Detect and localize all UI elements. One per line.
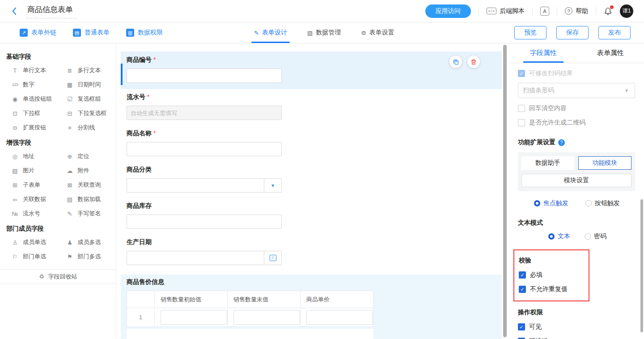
canvas-field-stock[interactable]: 商品库存 — [121, 202, 502, 229]
subform-footer[interactable] — [127, 329, 373, 339]
clear-on-enter-checkbox[interactable]: 回车清空内容 — [518, 104, 635, 112]
field-type-member-multi[interactable]: ♟成员多选 — [61, 235, 116, 249]
avatar[interactable]: 谭1 — [620, 4, 633, 18]
function-module-button[interactable]: 功能模块 — [578, 156, 632, 170]
image-icon: ▧ — [11, 167, 19, 174]
field-type-dept-multi[interactable]: ⚑部门多选 — [61, 249, 116, 264]
editable-checkbox[interactable]: ✓ 可编辑 — [518, 337, 635, 339]
field-type-relation-query[interactable]: ⊠关联查询 — [61, 178, 116, 192]
publish-button[interactable]: 发布 — [598, 26, 631, 39]
radio-icon: ◉ — [11, 96, 19, 103]
data-manage-icon: ▧ — [307, 30, 313, 36]
field-label-text: 商品名称 — [127, 129, 152, 137]
field-type-dropdown[interactable]: ⊡下拉框 — [6, 106, 61, 120]
form-external-link-button[interactable]: ↗ 表单外链 — [20, 29, 56, 37]
tab-field-properties[interactable]: 字段属性 — [510, 43, 577, 63]
qty-end-input[interactable] — [233, 310, 300, 325]
field-type-extend-button[interactable]: ⊖扩展按钮 — [6, 120, 61, 135]
visible-checkbox[interactable]: ✓ 可见 — [518, 323, 635, 331]
secondary-toolbar: ↗ 表单外链 ▤ 普通表单 ▥ 数据权限 ✎ 表单设计 ▧ 数据管理 ⚙ 表单设… — [0, 22, 644, 43]
field-type-label: 单行文本 — [23, 66, 46, 74]
canvas-field-category[interactable]: 商品分类 ▼ — [121, 166, 502, 193]
multi-dropdown-icon: ⊟ — [66, 110, 74, 117]
product-name-input[interactable] — [127, 142, 282, 156]
normal-form-button[interactable]: ▤ 普通表单 — [73, 29, 110, 37]
data-permission-button[interactable]: ▥ 数据权限 — [126, 29, 163, 37]
text-mode-password-radio[interactable]: 密码 — [585, 232, 606, 240]
field-type-location[interactable]: ⊕定位 — [61, 149, 116, 163]
row-index: 1 — [127, 308, 155, 327]
calendar-picker-icon[interactable]: 7 — [264, 251, 281, 265]
back-button[interactable] — [12, 7, 17, 15]
app-access-button[interactable]: 应用访问 — [425, 4, 471, 18]
text-mode-password-label: 密码 — [594, 232, 606, 240]
allow-qrcode-checkbox[interactable]: 是否允许生成二维码 — [518, 119, 635, 127]
field-type-subform[interactable]: ⊞子表单 — [6, 178, 61, 192]
canvas-field-date[interactable]: 生产日期 7 — [121, 238, 502, 265]
canvas-field-price-subform[interactable]: 商品售价信息 销售数量初始值 销售数量末值 商品单价 1 — [121, 275, 502, 339]
form-title[interactable]: 商品信息表单 — [26, 4, 76, 18]
field-type-checkbox-group[interactable]: ☑复选框组 — [61, 92, 116, 106]
qty-start-input[interactable] — [161, 310, 227, 325]
field-type-attachment[interactable]: ☁附件 — [61, 163, 116, 178]
extension-settings-title: 功能扩展设置 ? — [518, 138, 635, 146]
field-recycle-bin[interactable]: ♻ 字段回收站 — [0, 269, 116, 284]
category-select[interactable]: ▼ — [127, 178, 282, 193]
help-circle-icon[interactable]: ? — [558, 139, 565, 146]
field-type-number[interactable]: 123数字 — [6, 77, 61, 92]
canvas-field-serial[interactable]: 流水号* — [121, 93, 502, 120]
subform-header-row: 销售数量初始值 销售数量末值 商品单价 — [127, 291, 373, 308]
calendar-icon: ▦ — [66, 82, 74, 88]
save-button[interactable]: 保存 — [556, 26, 589, 39]
data-assistant-button[interactable]: 数据助手 — [521, 156, 574, 170]
section-enhanced-fields: 增强字段 — [6, 139, 116, 147]
copy-field-button[interactable] — [449, 56, 462, 68]
field-type-divider[interactable]: ≡分割线 — [61, 120, 116, 135]
divider-icon: ≡ — [66, 124, 74, 131]
canvas-scrollbar[interactable] — [503, 45, 507, 337]
canvas-field-name[interactable]: 商品名称* — [121, 129, 502, 156]
field-type-signature[interactable]: ✎手写签名 — [61, 206, 116, 221]
trigger-focus-radio[interactable]: 焦点触发 — [534, 199, 568, 207]
notification-dot — [610, 5, 614, 9]
field-type-radio-group[interactable]: ◉单选按钮组 — [6, 92, 61, 106]
chevron-down-icon[interactable]: ▼ — [264, 179, 281, 192]
tab-form-settings[interactable]: ⚙ 表单设置 — [361, 22, 394, 43]
backend-script-button[interactable]: </> 后端脚本 — [487, 7, 525, 15]
divider — [596, 7, 596, 15]
no-duplicate-checkbox[interactable]: ✓ 不允许重复值 — [519, 285, 589, 293]
field-type-multi-dropdown[interactable]: ⊟下拉复选框 — [61, 106, 116, 120]
sku-input[interactable] — [127, 69, 282, 83]
unit-price-input[interactable] — [306, 310, 373, 325]
trigger-button-radio[interactable]: 按钮触发 — [585, 199, 620, 207]
panel-scrollbar[interactable] — [640, 199, 643, 332]
field-type-address[interactable]: ◎地址 — [6, 149, 61, 163]
modify-scan-result-checkbox[interactable]: ✓ 可修改扫码结果 — [518, 69, 635, 77]
notification-bell-button[interactable] — [604, 7, 612, 16]
delete-field-button[interactable] — [467, 56, 480, 68]
field-type-datetime[interactable]: ▦日期时间 — [61, 77, 116, 92]
field-type-dept-single[interactable]: ⚐部门单选 — [6, 249, 61, 264]
field-type-single-text[interactable]: T单行文本 — [6, 63, 61, 77]
field-type-multi-text[interactable]: ≣多行文本 — [61, 63, 116, 77]
field-type-label: 子表单 — [23, 181, 40, 189]
field-type-image[interactable]: ▧图片 — [6, 163, 61, 178]
tab-form-properties[interactable]: 表单属性 — [577, 43, 644, 63]
tab-data-manage[interactable]: ▧ 数据管理 — [307, 22, 341, 43]
field-type-data-load[interactable]: ▤数据加载 — [61, 192, 116, 206]
properties-panel: 字段属性 表单属性 ✓ 可修改扫码结果 扫描条形码 ▼ 回车清空内容 是否允许生… — [510, 43, 644, 339]
required-checkbox[interactable]: ✓ 必填 — [519, 271, 589, 279]
help-button[interactable]: ? 帮助 — [565, 7, 588, 15]
tab-form-design[interactable]: ✎ 表单设计 — [254, 22, 287, 43]
module-settings-button[interactable]: 模块设置 — [521, 174, 631, 187]
field-type-serial-number[interactable]: №流水号 — [6, 206, 61, 221]
field-type-relation-data[interactable]: ∞关联数据 — [6, 192, 61, 206]
date-input[interactable]: 7 — [127, 251, 282, 265]
canvas-field-sku[interactable]: 商品编号* — [121, 51, 502, 89]
translate-icon[interactable]: A — [540, 7, 549, 16]
member-multi-icon: ♟ — [66, 239, 74, 246]
field-type-member-single[interactable]: ♙成员单选 — [6, 235, 61, 249]
text-mode-text-radio[interactable]: 文本 — [548, 232, 570, 240]
preview-button[interactable]: 预览 — [514, 26, 547, 39]
stock-input[interactable] — [127, 215, 282, 229]
